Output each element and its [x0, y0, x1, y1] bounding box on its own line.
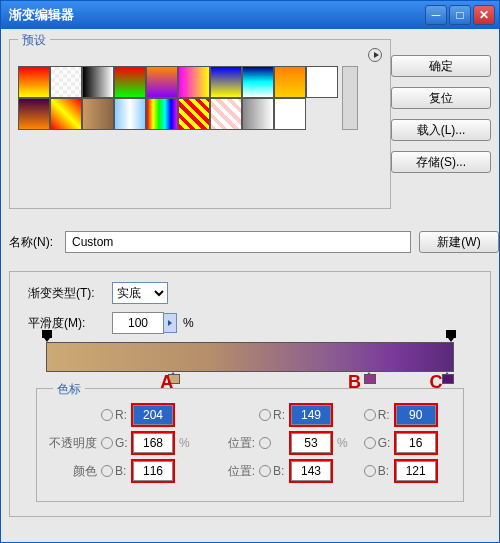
preset-swatch[interactable] [210, 98, 242, 130]
opacity-stop-left[interactable] [42, 330, 54, 342]
g-b[interactable] [291, 433, 331, 453]
preset-swatch[interactable] [18, 66, 50, 98]
new-button[interactable]: 新建(W) [419, 231, 499, 253]
preset-swatch[interactable] [18, 98, 50, 130]
minimize-button[interactable]: ─ [425, 5, 447, 25]
pct-label: % [183, 316, 194, 330]
preset-swatch[interactable] [274, 66, 306, 98]
radio[interactable] [259, 465, 271, 477]
save-button[interactable]: 存储(S)... [391, 151, 491, 173]
radio[interactable] [101, 409, 113, 421]
smooth-label: 平滑度(M): [28, 315, 112, 332]
col-labels: R: 不透明度G:% 颜色B: [45, 399, 195, 491]
preset-swatch[interactable] [146, 66, 178, 98]
preset-swatch[interactable] [274, 98, 306, 130]
preset-swatch[interactable] [50, 66, 82, 98]
preset-grid [18, 66, 338, 130]
preset-scrollbar[interactable] [342, 66, 358, 130]
preset-swatch[interactable] [114, 98, 146, 130]
preset-swatch[interactable] [114, 66, 146, 98]
r-c[interactable] [396, 405, 436, 425]
reset-button[interactable]: 复位 [391, 87, 491, 109]
name-label: 名称(N): [9, 234, 65, 251]
smooth-stepper[interactable] [163, 313, 177, 333]
radio[interactable] [364, 409, 376, 421]
radio[interactable] [259, 409, 271, 421]
preset-swatch[interactable] [306, 66, 338, 98]
close-button[interactable]: ✕ [473, 5, 495, 25]
ok-button[interactable]: 确定 [391, 55, 491, 77]
col-b: R: 位置:% 位置:B: [203, 399, 352, 491]
presets-legend: 预设 [18, 32, 50, 49]
presets-fieldset: 预设 [9, 39, 391, 209]
stops-legend: 色标 [53, 381, 85, 398]
r-a[interactable] [133, 405, 173, 425]
type-select[interactable]: 实底 [112, 282, 168, 304]
col-c: R: G: B: [360, 399, 455, 491]
preset-swatch[interactable] [50, 98, 82, 130]
color-stop-c[interactable] [442, 372, 454, 384]
preset-swatch[interactable] [178, 66, 210, 98]
opacity-stop-right[interactable] [446, 330, 458, 342]
gradient-type-fieldset: 渐变类型(T): 实底 平滑度(M): 100 % A B C 色标 R: [9, 271, 491, 517]
preset-swatch[interactable] [82, 66, 114, 98]
radio[interactable] [364, 437, 376, 449]
type-label: 渐变类型(T): [28, 285, 112, 302]
gradient-bar-area: A B C [46, 342, 454, 372]
window-title: 渐变编辑器 [5, 6, 423, 24]
g-c[interactable] [396, 433, 436, 453]
radio[interactable] [101, 437, 113, 449]
preset-swatch[interactable] [82, 98, 114, 130]
preset-swatch[interactable] [242, 66, 274, 98]
b-a[interactable] [133, 461, 173, 481]
radio[interactable] [101, 465, 113, 477]
preset-swatch[interactable] [242, 98, 274, 130]
titlebar[interactable]: 渐变编辑器 ─ □ ✕ [1, 1, 499, 29]
radio[interactable] [364, 465, 376, 477]
gradient-editor-window: 渐变编辑器 ─ □ ✕ 预设 [0, 0, 500, 543]
load-button[interactable]: 载入(L)... [391, 119, 491, 141]
b-b[interactable] [291, 461, 331, 481]
smooth-value[interactable]: 100 [112, 312, 164, 334]
preset-swatch[interactable] [178, 98, 210, 130]
color-stop-b[interactable] [364, 372, 376, 384]
stops-panel: 色标 R: 不透明度G:% 颜色B: R: 位置:% 位置:B: R: G: B… [36, 388, 464, 502]
radio[interactable] [259, 437, 271, 449]
preset-swatch[interactable] [146, 98, 178, 130]
gradient-bar[interactable] [46, 342, 454, 372]
g-a[interactable] [133, 433, 173, 453]
r-b[interactable] [291, 405, 331, 425]
presets-menu-icon[interactable] [368, 48, 382, 62]
preset-swatch[interactable] [210, 66, 242, 98]
b-c[interactable] [396, 461, 436, 481]
name-input[interactable] [65, 231, 411, 253]
maximize-button[interactable]: □ [449, 5, 471, 25]
